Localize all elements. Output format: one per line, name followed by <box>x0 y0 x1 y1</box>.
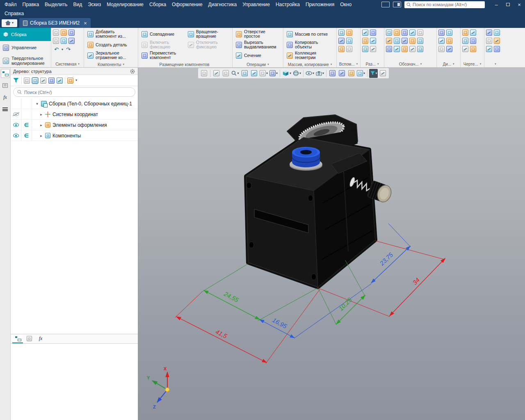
dropdown-icon[interactable]: ▾ <box>363 72 365 75</box>
vp-sketch-grid-button[interactable] <box>379 69 387 78</box>
notation-icon-10[interactable] <box>417 38 423 44</box>
dropdown-icon[interactable]: ▾ <box>276 72 278 75</box>
diag-icon-5[interactable] <box>438 46 445 52</box>
expander-icon[interactable]: ▾ <box>35 102 39 106</box>
group-label-components[interactable]: Компоненты <box>84 62 138 67</box>
menu-drawing[interactable]: Оформление <box>169 0 205 9</box>
vp-render-button[interactable]: ▾ <box>356 69 365 78</box>
vp-filter-button[interactable]: ▾ <box>369 69 378 78</box>
create-part-button[interactable]: Создать деталь <box>86 39 129 50</box>
notation-icon-15[interactable] <box>417 46 423 52</box>
visibility-column-cell[interactable] <box>11 109 21 119</box>
expander-icon[interactable]: ▸ <box>39 112 43 116</box>
tree-view-icon-1[interactable] <box>24 78 30 84</box>
dropdown-icon[interactable]: ▾ <box>322 72 324 75</box>
vp-orientation-button[interactable]: ▾ <box>282 69 292 78</box>
diag-icon-2[interactable] <box>446 30 452 36</box>
dimension-41-5[interactable]: 41,5 <box>176 317 267 363</box>
notation-icon-3[interactable] <box>402 30 408 36</box>
vp-display-mode-button[interactable]: ▾ <box>292 69 301 78</box>
undo-dropdown-icon[interactable]: ▾ <box>62 48 63 51</box>
group-label-drafting[interactable]: Черте... <box>461 61 484 67</box>
dimension-23-75[interactable]: 23,75 <box>371 246 410 283</box>
move-component-button[interactable]: Переместить компонент <box>140 50 185 61</box>
vp-origin-button-1[interactable] <box>212 69 221 78</box>
tree-row-components[interactable]: ∈ ▸ Компоненты <box>11 130 138 141</box>
dimension-10-25[interactable]: 10,25 <box>336 295 365 324</box>
mode-assembly[interactable]: Сборка <box>0 28 51 41</box>
notation-icon-12[interactable] <box>394 46 400 52</box>
tree-display-dropdown-icon[interactable]: ▾ <box>75 79 77 82</box>
tree-search-input[interactable] <box>24 90 131 95</box>
vp-section-button-2[interactable] <box>338 69 346 78</box>
save-icon[interactable] <box>68 30 75 36</box>
preview-icon[interactable] <box>61 38 67 44</box>
command-search-input[interactable] <box>413 2 483 7</box>
home-button[interactable]: ▾ <box>2 19 17 27</box>
strip-tree-button[interactable] <box>1 69 10 78</box>
notation-icon-6[interactable] <box>386 38 392 44</box>
menu-edit[interactable]: Правка <box>20 0 42 9</box>
aux-icon-5[interactable] <box>338 46 345 52</box>
razm-icon-2[interactable] <box>370 30 376 36</box>
group-label-placement[interactable]: Размещение компонентов <box>138 62 232 67</box>
draft-icon-2[interactable] <box>470 30 476 36</box>
redo-button[interactable]: ↷ <box>65 46 72 53</box>
razm-icon-4[interactable] <box>370 38 376 44</box>
menu-modeling[interactable]: Моделирование <box>104 0 146 9</box>
group-label-extra[interactable] <box>484 61 505 67</box>
grid-array-button[interactable]: Массив по сетке <box>285 29 329 39</box>
menu-diagnostics[interactable]: Диагностика <box>205 0 240 9</box>
dropdown-icon[interactable]: ▾ <box>266 72 268 75</box>
eye-hidden-icon[interactable] <box>13 112 19 116</box>
dropdown-icon[interactable]: ▾ <box>299 72 301 75</box>
aux-icon-1[interactable] <box>338 30 345 36</box>
tab-structure[interactable] <box>12 334 23 343</box>
eye-visible-icon[interactable] <box>13 123 19 127</box>
copy-objects-button[interactable]: Копировать объекты <box>285 39 335 50</box>
draft-icon-3[interactable] <box>462 38 468 44</box>
menu-applications[interactable]: Приложения <box>303 0 337 9</box>
expander-icon[interactable]: ▸ <box>39 134 43 138</box>
tree-display-options-icon[interactable] <box>67 78 73 84</box>
tree-view-icon-5[interactable] <box>57 78 63 84</box>
diag-icon-1[interactable] <box>438 30 445 36</box>
tab-parameters[interactable] <box>24 334 34 343</box>
cut-extrude-button[interactable]: Вырезать выдавливанием <box>234 39 281 50</box>
vp-section-button-1[interactable] <box>328 69 337 78</box>
include-column-cell[interactable]: ∈ <box>21 130 32 141</box>
notation-icon-13[interactable] <box>402 46 408 52</box>
menu-help[interactable]: Справка <box>2 9 27 18</box>
section-button[interactable]: Сечение <box>234 50 263 61</box>
dropdown-icon[interactable]: ▾ <box>313 72 314 75</box>
tree-view-icon-2[interactable] <box>32 78 38 84</box>
tree-view-icon-3[interactable] <box>40 78 46 84</box>
tree-row-coordinate-systems[interactable]: ▸ Системы координат <box>11 109 138 120</box>
open-document-icon[interactable] <box>61 30 67 36</box>
dropdown-icon[interactable]: ▾ <box>237 72 239 75</box>
notation-icon-14[interactable] <box>409 46 415 52</box>
notation-icon-11[interactable] <box>386 46 392 52</box>
razm-icon-3[interactable] <box>362 38 368 44</box>
draft-icon-1[interactable] <box>462 30 468 36</box>
scene-3d[interactable]: 24,55 41,5 16,95 10,25 <box>138 68 525 420</box>
print-icon[interactable] <box>53 38 59 44</box>
visibility-column-cell[interactable] <box>11 130 21 141</box>
3d-model-extruder[interactable] <box>246 115 393 287</box>
notation-icon-7[interactable] <box>394 38 400 44</box>
aux-icon-2[interactable] <box>346 30 352 36</box>
mode-management[interactable]: Управление <box>0 41 51 54</box>
tab-close-icon[interactable]: × <box>84 20 87 26</box>
vp-grid-button[interactable] <box>200 69 208 78</box>
vp-camera-button[interactable]: ▾ <box>315 69 324 78</box>
undo-button[interactable]: ↶ <box>53 46 60 53</box>
command-search[interactable] <box>404 1 485 8</box>
tree-search[interactable] <box>13 87 135 97</box>
simple-hole-button[interactable]: Отверстие простое <box>234 29 281 39</box>
razm-icon-1[interactable] <box>362 30 368 36</box>
notation-icon-1[interactable] <box>386 30 392 36</box>
dropdown-icon[interactable]: ▾ <box>290 72 291 75</box>
menu-management[interactable]: Управление <box>240 0 273 9</box>
draft-icon-4[interactable] <box>470 38 476 44</box>
dimension-16-95[interactable]: 16,95 <box>260 316 294 338</box>
